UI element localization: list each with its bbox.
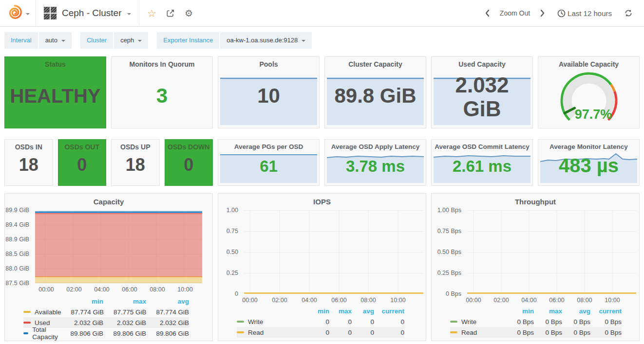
dashboard-title-button[interactable]: Ceph - Cluster: [36, 0, 139, 26]
osds-down-value: 0: [167, 156, 211, 174]
monitors-value: 3: [114, 85, 210, 107]
series-swatch: [23, 332, 28, 334]
dashboard-icon: [44, 7, 57, 19]
gear-icon: ⚙: [185, 9, 193, 18]
panel-title[interactable]: Throughput: [432, 194, 639, 206]
legend-row: Read 0 0 0 0: [237, 327, 404, 338]
chevron-left-icon: [485, 9, 490, 17]
throughput-plot: [467, 210, 636, 294]
time-shift-back-button[interactable]: [478, 4, 496, 22]
panel-title[interactable]: Available Capacity: [538, 57, 639, 68]
capacity-plot: [35, 210, 202, 283]
monitor-latency-value: 483 µs: [540, 155, 637, 176]
panel-average-monitor-latency: Average Monitor Latency 483 µs: [538, 139, 640, 186]
panel-status: Status HEALTHY: [4, 56, 106, 128]
share-icon: [166, 8, 175, 18]
zoom-out-button[interactable]: Zoom Out: [497, 9, 533, 17]
panel-osds-down: OSDs DOWN 0: [165, 139, 213, 186]
panel-title[interactable]: Monitors In Quorum: [112, 57, 212, 68]
panel-title[interactable]: Average PGs per OSD: [218, 140, 319, 150]
panel-monitors-in-quorum: Monitors In Quorum 3: [111, 56, 213, 128]
dashboard-grid: Status HEALTHY Monitors In Quorum 3 Pool…: [0, 54, 644, 341]
panel-available-capacity: Available Capacity 97.7%: [538, 56, 640, 128]
panel-osds-up: OSDs UP 18: [111, 139, 160, 186]
page-title: Ceph - Cluster: [62, 8, 122, 18]
series-swatch: [237, 331, 244, 333]
clock-icon: [557, 9, 566, 18]
gauge: 97.7%: [552, 71, 625, 127]
chevron-right-icon: [540, 9, 545, 17]
panel-title[interactable]: Average OSD Commit Latency: [432, 140, 532, 150]
variable-interval: Interval auto: [4, 32, 72, 49]
legend-row: Total Capacity 89.806 GiB 89.806 GiB 89.…: [23, 328, 189, 339]
panel-title[interactable]: Capacity: [5, 194, 212, 206]
available-capacity-value: 97.7%: [574, 107, 612, 122]
chevron-down-icon: [302, 40, 305, 44]
panel-osds-in: OSDs IN 18: [4, 139, 53, 186]
variable-interval-dropdown[interactable]: auto: [39, 32, 72, 49]
variable-cluster-dropdown[interactable]: ceph: [114, 32, 148, 49]
panel-title[interactable]: Pools: [218, 57, 319, 68]
legend-series-used[interactable]: Used: [23, 319, 60, 326]
variable-interval-label: Interval: [4, 32, 38, 49]
legend-row: Read 0 Bps 0 Bps 0 Bps 0 Bps: [450, 327, 622, 338]
legend-series-read[interactable]: Read: [237, 329, 307, 336]
legend: min max avg Available 87.774 GiB 87.775 …: [23, 296, 189, 339]
legend: min max avg current Write 0 0 0 0 Read 0…: [237, 306, 404, 338]
time-shift-forward-button[interactable]: [534, 4, 551, 22]
used-capacity-value: 2.032 GiB: [444, 72, 520, 121]
legend-series-total-capacity[interactable]: Total Capacity: [23, 326, 60, 341]
osds-up-value: 18: [114, 156, 157, 174]
grafana-logo-icon: [6, 4, 23, 22]
panel-title[interactable]: OSDs IN: [5, 140, 53, 151]
panel-title[interactable]: OSDs OUT: [58, 140, 106, 151]
legend-header: min max avg current: [450, 306, 622, 316]
variable-exporter-instance: Exporter Instance oa-kw-1.oa.suse.de:912…: [157, 32, 312, 49]
variable-exporter-instance-label: Exporter Instance: [157, 32, 219, 49]
time-range-label: Last 12 hours: [568, 9, 612, 18]
osds-out-value: 0: [60, 156, 104, 174]
panel-title[interactable]: OSDs DOWN: [165, 140, 213, 151]
iops-plot: [244, 210, 423, 294]
star-button[interactable]: ☆: [143, 4, 161, 22]
panel-average-osd-apply-latency: Average OSD Apply Latency 3.78 ms: [324, 139, 426, 186]
navbar: Ceph - Cluster ☆ ⚙ Zoom Out Last 12 hour…: [0, 0, 644, 27]
panel-osds-out: OSDs OUT 0: [58, 139, 107, 186]
panel-capacity-graph: Capacity 89.9 GiB 89.4 GiB 88.9 GiB 88.5…: [4, 193, 213, 341]
variable-exporter-instance-dropdown[interactable]: oa-kw-1.oa.suse.de:9128: [220, 32, 312, 49]
settings-button[interactable]: ⚙: [180, 4, 198, 22]
panel-title[interactable]: OSDs UP: [112, 140, 159, 151]
legend-series-write[interactable]: Write: [237, 318, 307, 326]
panel-title[interactable]: IOPS: [218, 194, 426, 206]
panel-throughput-graph: Throughput 1.00 Bps 0.75 Bps 0.50 Bps 0.…: [431, 193, 640, 341]
panel-average-pgs-per-osd: Average PGs per OSD 61: [218, 139, 320, 186]
series-swatch: [450, 321, 457, 323]
panel-title[interactable]: Cluster Capacity: [325, 57, 426, 68]
variable-cluster-label: Cluster: [80, 32, 113, 49]
legend-series-available[interactable]: Available: [23, 308, 61, 316]
panel-title[interactable]: Status: [5, 57, 106, 68]
panel-title[interactable]: Used Capacity: [432, 57, 532, 68]
legend-row: Available 87.774 GiB 87.775 GiB 87.774 G…: [23, 307, 189, 317]
panel-title[interactable]: Average Monitor Latency: [538, 140, 639, 150]
status-value: HEALTHY: [7, 86, 104, 106]
pools-value: 10: [220, 85, 317, 107]
osds-in-value: 18: [7, 156, 51, 174]
legend-series-read[interactable]: Read: [450, 329, 506, 336]
legend: min max avg current Write 0 Bps 0 Bps 0 …: [450, 306, 622, 338]
osd-apply-latency-value: 3.78 ms: [327, 158, 424, 175]
series-swatch: [237, 321, 244, 323]
star-icon: ☆: [147, 8, 156, 18]
legend-row: Write 0 Bps 0 Bps 0 Bps 0 Bps: [450, 316, 622, 327]
refresh-button[interactable]: [620, 4, 637, 22]
chevron-down-icon: [26, 13, 30, 17]
panel-title[interactable]: Average OSD Apply Latency: [325, 140, 426, 150]
osd-commit-latency-value: 2.61 ms: [434, 158, 530, 175]
variables-bar: Interval auto Cluster ceph Exporter Inst…: [0, 27, 644, 54]
share-button[interactable]: [162, 4, 179, 22]
grafana-menu-button[interactable]: [0, 0, 36, 26]
chevron-down-icon: [61, 40, 65, 44]
time-range-picker[interactable]: Last 12 hours: [557, 9, 612, 18]
series-swatch: [450, 331, 457, 333]
legend-series-write[interactable]: Write: [450, 318, 506, 326]
